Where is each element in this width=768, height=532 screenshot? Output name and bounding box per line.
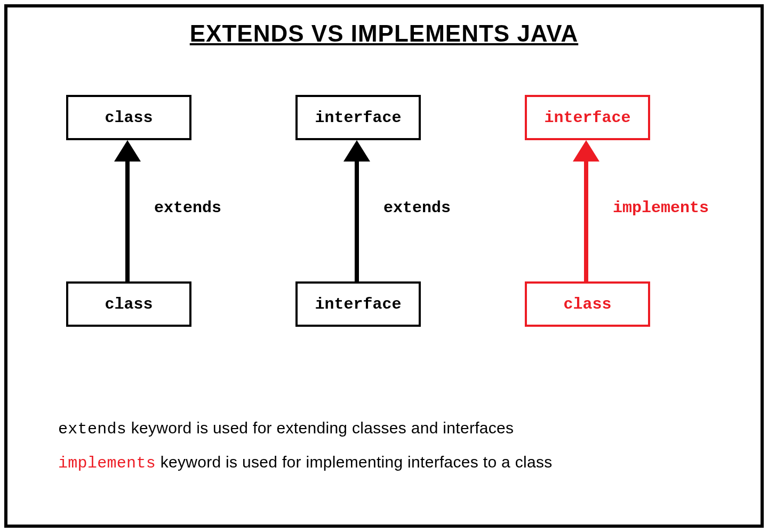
arrow-up-icon [567, 138, 605, 284]
box-top-interface-red: interface [525, 95, 650, 140]
box-top-class: class [66, 95, 191, 140]
footer-description: extends keyword is used for extending cl… [58, 419, 729, 487]
diagram-frame: EXTENDS VS IMPLEMENTS JAVA class extends… [4, 4, 764, 528]
column-class-implements-interface: interface implements class [509, 95, 711, 372]
arrow-up-icon [338, 138, 375, 284]
relation-label-extends: extends [154, 199, 221, 217]
footer-line-implements: implements keyword is used for implement… [58, 453, 729, 472]
footer-line1-rest: keyword is used for extending classes an… [126, 419, 514, 437]
box-bottom-class: class [66, 281, 191, 327]
column-interface-extends-interface: interface extends interface [279, 95, 482, 372]
box-bottom-interface: interface [295, 281, 421, 327]
footer-line-extends: extends keyword is used for extending cl… [58, 419, 729, 438]
relation-label-implements: implements [613, 199, 709, 217]
svg-marker-2 [343, 140, 370, 162]
diagram-area: class extends class interface extends in… [7, 95, 761, 372]
svg-marker-0 [114, 140, 141, 162]
box-top-interface: interface [295, 95, 421, 140]
keyword-implements: implements [58, 454, 156, 472]
column-class-extends-class: class extends class [50, 95, 253, 372]
keyword-extends: extends [58, 420, 126, 438]
svg-marker-4 [573, 140, 599, 162]
box-bottom-class-red: class [525, 281, 650, 327]
footer-line2-rest: keyword is used for implementing interfa… [156, 453, 553, 471]
arrow-up-icon [109, 138, 146, 284]
relation-label-extends: extends [383, 199, 451, 217]
page-title: EXTENDS VS IMPLEMENTS JAVA [7, 20, 761, 47]
